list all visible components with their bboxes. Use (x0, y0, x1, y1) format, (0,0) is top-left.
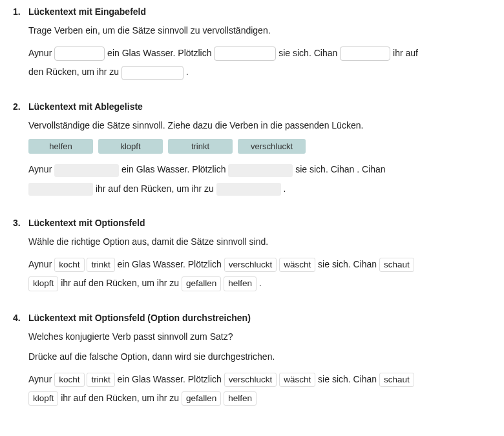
option-button[interactable]: schaut (379, 258, 414, 272)
exercise-number: 4. (13, 311, 28, 325)
blank-input[interactable] (54, 47, 105, 61)
strike-option-button[interactable]: trinkt (87, 373, 114, 387)
text-fragment: ein Glas Wasser. Plötzlich (118, 374, 224, 384)
option-button[interactable]: klopft (28, 276, 58, 291)
option-button[interactable]: wäscht (279, 258, 315, 272)
text-fragment: Aynur (28, 164, 54, 174)
drop-target[interactable] (228, 164, 293, 177)
exercise-title: Lückentext mit Eingabefeld (28, 5, 146, 19)
text-fragment: Aynur (28, 259, 54, 269)
drag-item[interactable]: klopft (98, 139, 163, 154)
strike-option-button[interactable]: klopft (28, 391, 58, 406)
drag-item[interactable]: trinkt (168, 139, 233, 154)
text-fragment: ein Glas Wasser. Plötzlich (121, 164, 228, 174)
blank-input[interactable] (121, 66, 184, 80)
text-fragment: ihr auf den Rücken, um ihr zu (96, 183, 216, 194)
exercise-header: 2. Lückentext mit Ablegeliste (13, 100, 430, 114)
drop-target[interactable] (54, 164, 119, 177)
cloze-sentence: Aynur ein Glas Wasser. Plötzlich sie sic… (28, 160, 430, 198)
text-fragment: Cihan (362, 164, 386, 174)
strike-option-button[interactable]: schaut (379, 373, 414, 387)
option-button[interactable]: verschluckt (224, 258, 277, 272)
option-button[interactable]: gefallen (182, 276, 221, 291)
strike-option-button[interactable]: wäscht (279, 373, 315, 387)
exercise-header: 3. Lückentext mit Optionsfeld (13, 216, 430, 230)
exercise-4: 4. Lückentext mit Optionsfeld (Option du… (13, 311, 430, 408)
exercise-instruction: Vervollständige die Sätze sinnvoll. Zieh… (28, 119, 430, 132)
exercise-number: 3. (13, 216, 28, 230)
strike-option-button[interactable]: helfen (224, 391, 257, 406)
exercise-header: 1. Lückentext mit Eingabefeld (13, 5, 430, 19)
strike-option-button[interactable]: verschluckt (224, 373, 277, 387)
text-fragment: ein Glas Wasser. Plötzlich (107, 48, 214, 58)
exercise-instruction: Wähle die richtige Option aus, damit die… (28, 235, 430, 249)
cloze-sentence: Aynur ein Glas Wasser. Plötzlich sie sic… (28, 44, 430, 82)
option-button[interactable]: helfen (224, 276, 257, 291)
exercise-3: 3. Lückentext mit Optionsfeld Wähle die … (13, 216, 430, 293)
drag-item[interactable]: verschluckt (238, 139, 306, 154)
text-fragment: sie sich. Cihan (295, 164, 357, 174)
exercise-1: 1. Lückentext mit Eingabefeld Trage Verb… (13, 5, 430, 82)
exercise-instruction: Welches konjugierte Verb passt sinnvoll … (28, 330, 430, 344)
text-fragment: ihr auf den Rücken, um ihr zu (61, 278, 182, 288)
drop-target[interactable] (216, 183, 281, 196)
exercise-title: Lückentext mit Optionsfeld (28, 216, 145, 230)
blank-input[interactable] (340, 47, 390, 61)
option-button[interactable]: trinkt (87, 258, 114, 272)
text-fragment: ihr auf den Rücken, um ihr zu (61, 393, 182, 403)
text-fragment: sie sich. Cihan (318, 259, 379, 269)
text-fragment: sie sich. Cihan (318, 374, 379, 384)
text-fragment: . (284, 183, 286, 194)
option-sentence: Aynur kocht trinkt ein Glas Wasser. Plöt… (28, 370, 430, 408)
option-button[interactable]: kocht (54, 258, 84, 272)
exercise-instruction: Trage Verben ein, um die Sätze sinnvoll … (28, 24, 430, 37)
text-fragment: Aynur (28, 48, 54, 58)
exercise-number: 2. (13, 100, 28, 114)
text-fragment: ein Glas Wasser. Plötzlich (118, 259, 224, 269)
drop-target[interactable] (28, 183, 93, 196)
drag-item[interactable]: helfen (28, 139, 93, 154)
drag-source-list: helfen klopft trinkt verschluckt (28, 139, 430, 154)
text-fragment: . (186, 67, 189, 77)
strike-option-button[interactable]: gefallen (182, 391, 221, 406)
exercise-header: 4. Lückentext mit Optionsfeld (Option du… (13, 311, 430, 325)
text-fragment: sie sich. Cihan (278, 48, 340, 58)
exercise-2: 2. Lückentext mit Ablegeliste Vervollstä… (13, 100, 430, 198)
exercise-instruction: Drücke auf die falsche Option, dann wird… (28, 350, 430, 364)
text-fragment: . (259, 278, 262, 288)
blank-input[interactable] (214, 47, 276, 61)
option-sentence: Aynur kocht trinkt ein Glas Wasser. Plöt… (28, 255, 430, 293)
text-fragment: Aynur (28, 374, 54, 384)
strike-option-button[interactable]: kocht (54, 373, 84, 387)
exercise-number: 1. (13, 5, 28, 19)
exercise-title: Lückentext mit Optionsfeld (Option durch… (28, 311, 251, 325)
text-fragment: . (357, 164, 359, 174)
exercise-title: Lückentext mit Ablegeliste (28, 100, 143, 114)
